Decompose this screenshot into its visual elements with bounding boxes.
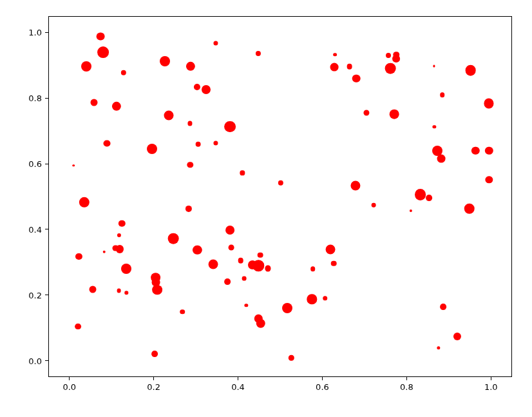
scatter-point [390,110,399,119]
y-tick-label: 1.0 [28,28,42,37]
scatter-point [195,141,201,147]
scatter-point [282,303,292,313]
scatter-point [75,253,82,260]
scatter-point [224,121,236,133]
scatter-point [121,70,126,75]
x-tick [406,377,407,380]
scatter-point [97,47,109,59]
scatter-point [471,147,479,155]
scatter-point [117,289,121,293]
scatter-point [289,355,294,360]
scatter-point [194,84,200,90]
scatter-point [386,53,391,58]
scatter-point [409,209,412,212]
scatter-point [437,155,445,163]
scatter-point [485,147,493,155]
scatter-point [265,266,271,271]
scatter-point [187,121,192,126]
scatter-point [330,63,339,71]
y-tick [45,360,48,361]
x-tick-label: 1.0 [484,382,498,392]
x-tick [491,377,491,380]
scatter-point [256,50,261,55]
y-tick-label: 0.4 [28,224,42,234]
scatter-point [325,244,335,254]
scatter-point [433,65,435,67]
scatter-point [79,197,90,207]
scatter-point [224,278,231,285]
scatter-point [226,226,235,235]
x-tick-label: 0.4 [231,382,245,392]
scatter-point [185,206,192,212]
scatter-point [440,92,445,97]
scatter-point [186,62,195,71]
scatter-point [347,64,352,70]
scatter-point [213,141,218,145]
scatter-point [464,204,475,215]
scatter-point [245,304,248,307]
scatter-point [352,74,361,82]
scatter-point [484,99,494,108]
scatter-point [258,252,263,258]
scatter-point [415,189,426,200]
scatter-point [104,140,111,147]
scatter-point [117,233,121,237]
y-tick-label: 0.6 [28,159,42,169]
x-tick [322,377,323,380]
y-tick [45,164,48,164]
scatter-point [242,276,247,280]
scatter-point [229,245,234,251]
scatter-point [278,180,283,186]
y-tick-label: 0.2 [28,290,42,300]
scatter-point [193,246,202,255]
scatter-point [323,296,328,301]
plot-area [48,16,512,377]
scatter-point [465,65,476,76]
scatter-point [147,144,157,154]
scatter-point [238,258,244,264]
scatter-point [240,171,245,175]
y-tick-label: 0.0 [28,356,42,365]
scatter-point [437,347,440,350]
x-tick [69,377,70,380]
scatter-point [433,125,436,128]
scatter-point [151,351,158,357]
scatter-point [486,176,493,183]
scatter-point [151,273,161,283]
scatter-point [121,264,131,274]
scatter-point [116,245,124,253]
scatter-point [102,250,106,253]
scatter-point [385,63,396,74]
x-tick [238,377,238,380]
scatter-point [96,32,104,41]
scatter-point [310,267,316,272]
scatter-point [208,260,218,269]
scatter-point [125,291,128,294]
scatter-point [363,110,369,115]
scatter-point [168,233,179,244]
scatter-point [119,220,125,227]
scatter-point [112,102,121,111]
y-tick [45,295,48,295]
x-tick-label: 0.2 [147,382,160,392]
y-tick [45,229,48,229]
scatter-point [350,181,360,191]
scatter-point [72,164,75,167]
scatter-point [75,324,81,330]
x-tick-label: 0.6 [316,382,329,392]
scatter-point [372,203,376,208]
scatter-point [392,55,400,63]
scatter-point [213,41,218,46]
x-tick-label: 0.0 [62,382,76,392]
x-tick-label: 0.8 [400,382,413,392]
scatter-point [307,295,317,304]
scatter-point [426,195,433,201]
scatter-point [160,56,170,66]
scatter-point [91,99,98,106]
scatter-point [187,162,193,168]
y-tick-label: 0.8 [28,93,42,103]
y-tick [45,32,48,33]
scatter-point [90,286,97,293]
scatter-point [180,309,185,315]
y-tick [45,98,48,99]
